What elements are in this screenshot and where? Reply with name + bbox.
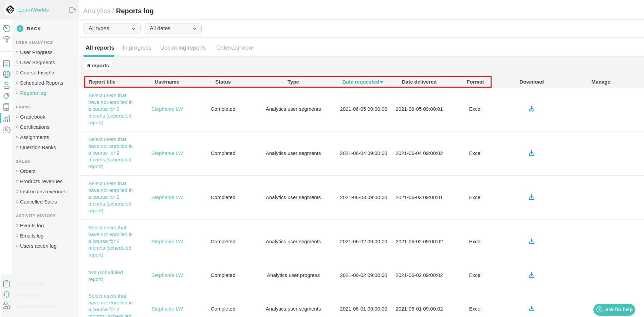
svg-text:?: ? (598, 307, 601, 311)
